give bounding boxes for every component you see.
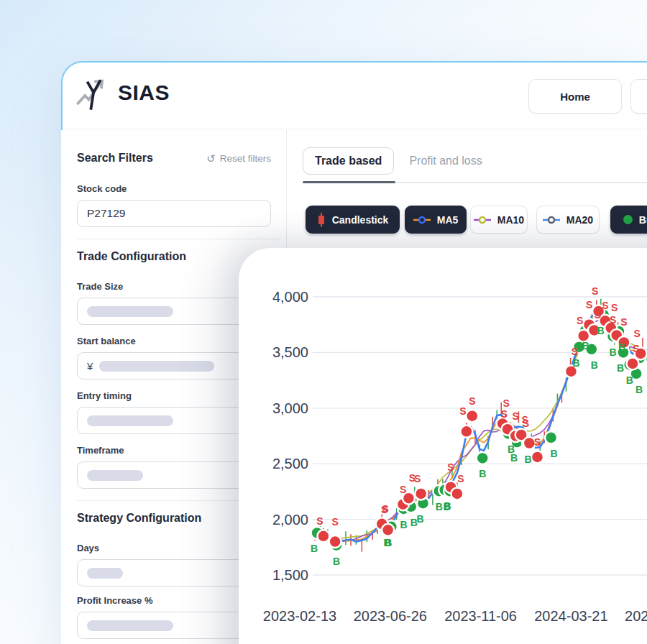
- sell-label: S: [633, 328, 640, 339]
- sell-label: S: [595, 309, 601, 321]
- sell-marker: [382, 524, 394, 536]
- header-divider: [63, 129, 647, 129]
- refresh-icon: ↺: [206, 153, 216, 164]
- value-skeleton: [87, 620, 173, 631]
- sell-label: S: [457, 473, 464, 484]
- sell-label: S: [381, 504, 387, 515]
- sell-label: S: [503, 397, 509, 409]
- value-skeleton: [87, 306, 173, 317]
- sell-label: S: [577, 315, 583, 326]
- app-logo-icon: [74, 76, 111, 114]
- sell-label: S: [331, 516, 338, 528]
- buy-label: B: [617, 362, 624, 374]
- toggle-label: Buy points: [639, 214, 647, 226]
- sell-label: S: [414, 473, 421, 484]
- buy-label: B: [597, 325, 604, 336]
- buy-label: B: [626, 374, 633, 386]
- reset-filters-label: Reset filters: [220, 153, 271, 164]
- app-title: SIAS: [118, 80, 170, 105]
- sell-label: S: [620, 316, 627, 328]
- x-tick-label: 2023-06-26: [354, 608, 427, 624]
- sell-marker: [460, 426, 472, 438]
- buy-label: B: [311, 543, 318, 554]
- price-chart[interactable]: 4,0003,5003,0002,5002,0001,5002023-02-13…: [239, 248, 647, 644]
- buy-dot-icon: [623, 215, 633, 224]
- sell-label: S: [633, 343, 639, 354]
- sell-label: S: [523, 418, 529, 429]
- sell-marker: [451, 487, 463, 500]
- sell-label: S: [459, 405, 466, 417]
- toggle-ma20-button[interactable]: MA20: [536, 206, 600, 234]
- sell-label: S: [586, 299, 592, 310]
- y-tick-label: 3,500: [272, 344, 308, 360]
- sell-label: S: [400, 484, 406, 495]
- toggle-ma10-button[interactable]: MA10: [470, 206, 528, 234]
- active-tab-indicator: [303, 181, 395, 183]
- ma20-icon: [543, 216, 560, 224]
- buy-label: B: [436, 501, 443, 512]
- toggle-label: MA10: [497, 214, 524, 226]
- buy-label: B: [550, 448, 557, 459]
- x-tick-label: 2023-02-13: [263, 608, 336, 624]
- buy-label: B: [444, 501, 451, 512]
- toggle-buy-points-button[interactable]: Buy points: [610, 206, 647, 234]
- sell-label: S: [572, 346, 578, 357]
- y-tick-label: 1,500: [272, 567, 308, 583]
- buy-label: B: [610, 346, 617, 358]
- x-tick-label: 2023-11-06: [444, 608, 517, 624]
- y-tick-label: 2,000: [272, 512, 308, 528]
- y-tick-label: 2,500: [272, 456, 308, 472]
- buy-label: B: [618, 341, 625, 353]
- sell-label: S: [447, 461, 454, 473]
- x-tick-label: 2024-03-21: [534, 608, 607, 624]
- ma10-icon: [474, 216, 491, 224]
- buy-label: B: [582, 340, 589, 351]
- buy-label: B: [633, 368, 641, 380]
- tab-track: [395, 182, 647, 183]
- section-divider: [77, 239, 280, 239]
- sell-label: S: [602, 300, 608, 311]
- buy-label: B: [416, 513, 423, 525]
- nav-button-partial[interactable]: [630, 79, 647, 114]
- ma-line-MA5: [315, 307, 647, 543]
- value-skeleton: [87, 415, 173, 426]
- sell-marker: [466, 410, 478, 422]
- buy-label: B: [524, 454, 531, 465]
- sell-label: S: [610, 314, 616, 326]
- toggle-label: MA5: [437, 214, 459, 226]
- buy-label: B: [479, 468, 486, 479]
- toggle-candlestick-button[interactable]: Candlestick: [306, 206, 400, 234]
- sell-marker: [415, 487, 427, 500]
- sell-marker: [329, 535, 341, 548]
- buy-label: B: [400, 519, 407, 530]
- tab-trade-based[interactable]: Trade based: [303, 147, 394, 175]
- toggle-label: Candlestick: [332, 214, 389, 226]
- reset-filters-button[interactable]: ↺ Reset filters: [206, 153, 271, 164]
- buy-label: B: [333, 556, 340, 567]
- sell-label: S: [611, 302, 618, 313]
- stock-code-label: Stock code: [77, 183, 286, 194]
- candlestick-icon: [317, 213, 326, 227]
- tab-underline: [303, 181, 647, 183]
- ma-line-MA20: [315, 326, 647, 538]
- home-button[interactable]: Home: [528, 79, 622, 114]
- chart-card: 4,0003,5003,0002,5002,0001,5002023-02-13…: [239, 248, 647, 644]
- stock-code-input[interactable]: P27129: [77, 200, 271, 227]
- sell-marker: [317, 530, 329, 542]
- toggle-label: MA20: [566, 214, 593, 226]
- currency-prefix: ¥: [87, 360, 93, 372]
- buy-label: B: [591, 359, 598, 371]
- ma5-icon: [413, 216, 431, 224]
- sell-marker: [531, 451, 543, 463]
- toggle-ma5-button[interactable]: MA5: [405, 206, 467, 234]
- y-tick-label: 4,000: [272, 289, 308, 305]
- value-skeleton: [99, 361, 214, 372]
- page: SIAS Home Search Filters ↺ Reset filters…: [0, 0, 647, 644]
- sell-label: S: [513, 410, 519, 422]
- buy-marker: [477, 452, 489, 464]
- sell-label: S: [500, 408, 507, 420]
- tab-profit-and-loss[interactable]: Profit and loss: [409, 155, 482, 167]
- value-skeleton: [87, 568, 123, 579]
- buy-marker: [545, 431, 557, 443]
- tab-bar: Trade based Profit and loss: [303, 147, 482, 175]
